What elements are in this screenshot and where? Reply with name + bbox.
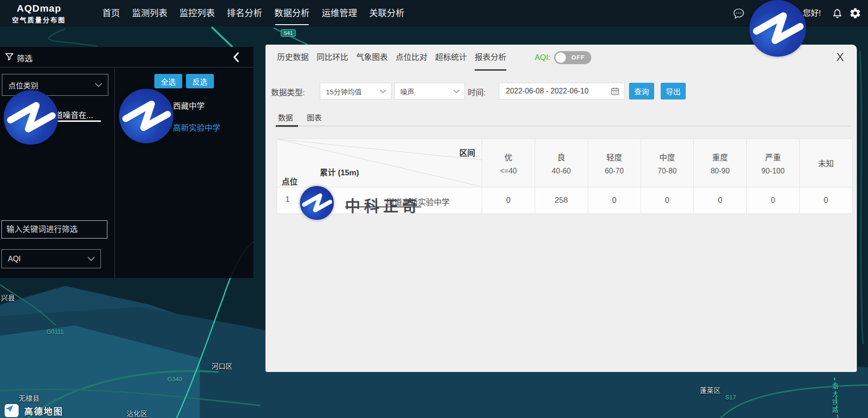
table-cell-value-5: 0 <box>746 187 799 213</box>
table-col-header-良: 良40-60 <box>535 139 588 187</box>
subtab-数据[interactable]: 数据 <box>278 112 293 123</box>
chevron-down-icon <box>87 255 95 263</box>
table-cell-value-3: 0 <box>641 187 694 213</box>
dialog-tab-历史数据[interactable]: 历史数据 <box>277 45 309 71</box>
settings-gear-icon[interactable] <box>849 0 861 27</box>
notifications-bell-icon[interactable] <box>832 0 843 27</box>
point-category-select[interactable]: 点位类别 <box>2 74 108 96</box>
top-nav: AQDmap 空气质量分布图 首页监测列表监控列表排名分析数据分析运维管理关联分… <box>0 0 868 27</box>
table-col-header-重度: 重度80-90 <box>693 139 746 187</box>
dialog-tab-气象图表[interactable]: 气象图表 <box>356 45 388 71</box>
col-name: 轻度 <box>606 151 622 163</box>
nav-item-监控列表[interactable]: 监控列表 <box>179 0 215 27</box>
pollutant-value: 噪声 <box>400 86 414 96</box>
view-subtabs: 数据图表 <box>278 112 322 123</box>
point-category-value: 点位类别 <box>8 80 38 91</box>
dialog-tab-同比环比[interactable]: 同比环比 <box>317 45 348 71</box>
filter-funnel-icon <box>5 52 14 63</box>
query-filter-row: 数据类型: 15分钟均值 噪声 时间: 2022-06-08 - 2022-06… <box>265 83 857 100</box>
corner-label-site: 点位 <box>282 175 298 187</box>
data-type-value: 15分钟均值 <box>326 86 362 96</box>
table-cell-value-4: 0 <box>693 187 746 213</box>
table-col-header-优: 优<=40 <box>482 139 535 187</box>
dialog-tab-报表分析[interactable]: 报表分析 <box>475 45 506 71</box>
row-index: 1 <box>285 195 290 204</box>
chevron-down-icon <box>453 87 460 95</box>
select-all-button[interactable]: 全选 <box>154 74 182 88</box>
query-button[interactable]: 查询 <box>629 83 654 100</box>
greeting-text: 您好! <box>803 0 821 27</box>
table-col-header-轻度: 轻度60-70 <box>588 139 641 187</box>
col-range: 40-60 <box>552 167 571 175</box>
category-tab-active-underline <box>54 120 101 122</box>
table-header-row: 区间 累计 (15m) 点位 优<=40良40-60轻度60-70中度70-80… <box>277 139 852 187</box>
table-col-header-中度: 中度70-80 <box>641 139 694 187</box>
row-site-name: 街道高新实验中学 <box>386 196 450 207</box>
close-icon[interactable]: X <box>836 51 844 64</box>
chevron-down-icon <box>95 81 102 89</box>
nav-item-运维管理[interactable]: 运维管理 <box>322 0 357 27</box>
collapse-sidebar-icon[interactable] <box>232 51 240 65</box>
aqi-toggle-switch[interactable]: OFF <box>554 51 591 64</box>
nav-item-排名分析[interactable]: 排名分析 <box>227 0 262 27</box>
table-row-head-cell: 1 街道高新实验中学 <box>277 187 482 213</box>
col-name: 未知 <box>818 157 834 169</box>
station-item-高新实验中学[interactable]: 高新实验中学 <box>173 121 220 133</box>
col-range: 90-100 <box>762 167 785 175</box>
pollutant-select[interactable]: 噪声 <box>394 83 465 100</box>
col-name: 中度 <box>659 151 675 163</box>
table-cell-value-0: 0 <box>482 187 535 213</box>
map-attribution-label: 高德地图 <box>24 405 63 417</box>
sidebar-column-divider <box>114 67 115 278</box>
keyword-filter-input[interactable] <box>1 220 107 239</box>
category-tab-noise[interactable]: 道噪音在... <box>55 109 93 120</box>
dialog-tab-点位比对[interactable]: 点位比对 <box>396 45 427 71</box>
table-cell-value-6: 0 <box>799 187 852 213</box>
data-analysis-dialog: 历史数据同比环比气象图表点位比对超标统计报表分析 AQI: OFF X 数据类型… <box>265 45 857 372</box>
col-name: 重度 <box>712 151 728 163</box>
nav-item-关联分析[interactable]: 关联分析 <box>369 0 404 27</box>
table-row[interactable]: 1 街道高新实验中学 025800000 <box>277 187 852 213</box>
table-cell-value-1: 258 <box>535 187 588 213</box>
amap-logo-icon <box>5 404 19 417</box>
dialog-tab-bar: 历史数据同比环比气象图表点位比对超标统计报表分析 <box>277 45 506 71</box>
time-label: 时间: <box>468 86 486 98</box>
nav-menu: 首页监测列表监控列表排名分析数据分析运维管理关联分析 <box>102 0 404 27</box>
table-col-header-严重: 严重90-100 <box>746 139 799 187</box>
corner-label-range: 区间 <box>459 146 475 158</box>
invert-selection-button[interactable]: 反选 <box>186 74 214 88</box>
subtab-active-underline <box>276 125 298 127</box>
aqi-toggle-label: AQI: <box>535 53 550 62</box>
nav-item-首页[interactable]: 首页 <box>102 0 120 27</box>
table-corner-cell: 区间 累计 (15m) 点位 <box>277 139 482 187</box>
app-root: S41兴县G0111河口区G340无棣县沾化区蓬莱区S17烟大铁路 高德地图 A… <box>0 0 868 418</box>
table-cell-value-2: 0 <box>588 187 641 213</box>
nav-item-监测列表[interactable]: 监测列表 <box>132 0 167 27</box>
corner-label-cumulative: 累计 (15m) <box>320 166 359 178</box>
report-table: 区间 累计 (15m) 点位 优<=40良40-60轻度60-70中度70-80… <box>277 139 853 214</box>
chevron-down-icon <box>380 87 386 95</box>
subtab-图表[interactable]: 图表 <box>307 112 322 123</box>
col-name: 良 <box>557 151 565 163</box>
export-button[interactable]: 导出 <box>661 83 686 100</box>
col-range: 60-70 <box>605 167 624 175</box>
col-range: <=40 <box>500 167 517 175</box>
station-item-西藏中学[interactable]: 西藏中学 <box>173 100 205 111</box>
table-col-header-未知: 未知 <box>799 139 852 187</box>
date-range-value: 2022-06-08 - 2022-06-10 <box>506 87 589 95</box>
subtab-track-line <box>276 126 851 126</box>
col-range: 70-80 <box>658 167 677 175</box>
map-attribution: 高德地图 <box>5 404 63 417</box>
date-range-input[interactable]: 2022-06-08 - 2022-06-10 <box>499 83 625 100</box>
nav-item-数据分析[interactable]: 数据分析 <box>274 0 310 27</box>
filter-sidebar-header: 筛选 <box>0 47 253 67</box>
aqi-toggle-group: AQI: OFF <box>535 51 591 64</box>
filter-sidebar-title: 筛选 <box>17 52 33 64</box>
metric-select[interactable]: AQI <box>1 249 101 268</box>
dialog-tab-超标统计[interactable]: 超标统计 <box>435 45 467 71</box>
col-name: 优 <box>504 151 512 163</box>
data-type-select[interactable]: 15分钟均值 <box>320 83 391 100</box>
chat-icon[interactable] <box>733 0 745 27</box>
app-logo[interactable]: AQDmap 空气质量分布图 <box>12 3 66 24</box>
col-range: 80-90 <box>710 167 729 175</box>
